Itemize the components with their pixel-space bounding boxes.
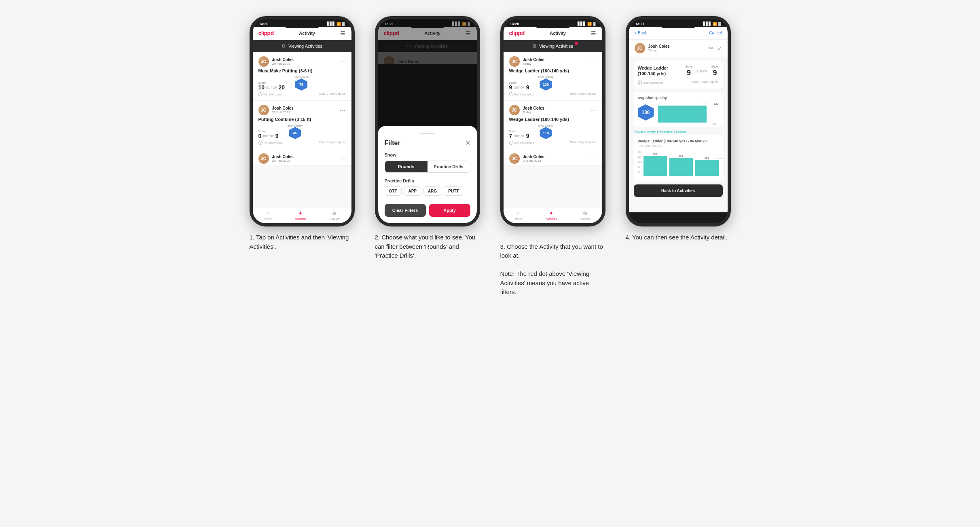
activity-title-3-2: Wedge Ladder (100-140 yds) (509, 117, 597, 122)
score-val-3-2: 7 (509, 133, 512, 139)
caption-3: 3. Choose the Activity that you want to … (500, 233, 605, 297)
menu-icon-1[interactable]: ☰ (340, 30, 345, 36)
nav-home-1[interactable]: ⌂ Home (264, 210, 272, 220)
status-time-4: 13:21 (635, 22, 645, 26)
viewing-bar-1[interactable]: ⚙ Viewing Activities (253, 40, 351, 52)
sq-hex-1-2: 45 (289, 127, 301, 139)
detail-drill-name-4: Wedge Ladder(100-140 yds) (638, 65, 681, 77)
score-section-4: Score 9 OUT OF Shots 9 (685, 65, 719, 77)
cancel-link-4[interactable]: Cancel (709, 31, 722, 35)
capture-icon-3: ⊕ (583, 210, 588, 216)
sq-hex-1-1: 75 (295, 78, 307, 91)
filter-header-2: Filter ✕ (385, 139, 470, 147)
avg-sq-title-4: Avg Shot Quality (638, 96, 719, 100)
caption-4: 4. You can then see the Activity detail. (626, 233, 731, 242)
x-label-4: APP (658, 123, 719, 125)
card-footer-3-2: iTest Information Data: Clippd Capture (509, 141, 597, 145)
more-dots-1-1[interactable]: ··· (340, 58, 346, 65)
user-details-1-3: Josh Coles 28 Feb 2023 (272, 155, 294, 163)
filter-toggle-rounds-2[interactable]: Rounds (385, 161, 428, 172)
filter-chip-ott-2[interactable]: OTT (385, 186, 402, 196)
score-inline-3-1: 9 OUT OF 9 (509, 84, 529, 91)
bar-subtitle-text-4: Avg Shot Quality (641, 145, 662, 148)
nav-activities-3[interactable]: ✦ Activities (546, 210, 557, 220)
more-dots-3-3[interactable]: ··· (591, 155, 597, 162)
logo-1: clippd (258, 30, 274, 36)
caption-2: 2. Choose what you'd like to see. You ca… (375, 233, 480, 260)
drill-footer-4: iTest Information Data: Clippd Capture (638, 80, 719, 85)
y-50-4: 50 (702, 111, 706, 114)
detail-title-row-4: Wedge Ladder(100-140 yds) Score 9 OUT OF (638, 65, 719, 77)
edit-icon-4[interactable]: ✏ (709, 45, 714, 51)
filter-close-2[interactable]: ✕ (465, 139, 470, 147)
score-group-1-1: Score 10 OUT OF 20 (258, 81, 285, 91)
app-header-3: clippd Activity ☰ (504, 27, 602, 40)
logo-3: clippd (509, 30, 525, 36)
more-dots-3-1[interactable]: ··· (591, 58, 597, 65)
more-dots-1-2[interactable]: ··· (340, 107, 346, 113)
shots-val-4: 9 (713, 69, 717, 77)
card-footer-3-1: iTest Information Data: Clippd Capture (509, 92, 597, 96)
filter-chip-arg-2[interactable]: ARG (423, 186, 441, 196)
shots-val-1-1: 20 (278, 84, 285, 91)
sq-group-1-1: Shot Quality 75 (294, 76, 309, 91)
score-label-4: Score (685, 65, 692, 68)
nav-capture-3[interactable]: ⊕ Capture (580, 210, 591, 220)
user-name-3-1: Josh Coles (523, 57, 544, 62)
back-link-4[interactable]: < Back (635, 31, 647, 35)
drill-name-container-4: Wedge Ladder(100-140 yds) (638, 65, 681, 77)
user-name-1-1: Josh Coles (272, 57, 294, 62)
activity-card-1-2[interactable]: JC Josh Coles 28 Feb 2023 ··· Putting Co… (253, 101, 351, 149)
activity-card-1-1[interactable]: JC Josh Coles 28 Feb 2023 ··· Must Make … (253, 52, 351, 101)
card-header-1-3: JC Josh Coles 28 Feb 2023 ··· (258, 153, 346, 164)
bottom-nav-1: ⌂ Home ✦ Activities ⊕ Capture (253, 207, 351, 223)
apply-btn-2[interactable]: Apply (429, 204, 470, 217)
phone-section-3: 13:20 ▋▋▋ 📶 ▓ clippd Activity ☰ ⚙ Viewin… (496, 16, 610, 297)
activities-label-3: Activities (546, 217, 557, 220)
filter-toggle-row-2: Rounds Practice Drills (385, 161, 470, 173)
filter-chip-app-2[interactable]: APP (404, 186, 421, 196)
info-icon-1-2: i (258, 141, 262, 145)
score-label-1-1: Score (258, 81, 285, 84)
filter-handle-2 (420, 133, 435, 134)
detail-user-info-4: Josh Coles Today (648, 44, 670, 52)
bottom-nav-3: ⌂ Home ✦ Activities ⊕ Capture (504, 207, 602, 223)
avatar-3-3: JC (509, 153, 520, 164)
shots-val-3-1: 9 (526, 84, 529, 91)
shots-val-1-2: 9 (275, 133, 279, 139)
data-source-4: Data: Clippd Capture (692, 80, 718, 85)
expand-icon-4[interactable]: ⤢ (717, 45, 722, 51)
nav-capture-1[interactable]: ⊕ Capture (330, 210, 340, 220)
detail-header-4: < Back Cancel (629, 27, 728, 40)
avatar-4: JC (635, 43, 645, 53)
card-header-1-2: JC Josh Coles 28 Feb 2023 ··· (258, 105, 346, 115)
card-footer-1-2: iTest Information Data: Clippd Capture (258, 141, 346, 145)
activity-card-1-3[interactable]: JC Josh Coles 28 Feb 2023 ··· (253, 149, 351, 165)
nav-home-3[interactable]: ⌂ Home (515, 210, 523, 220)
activity-card-3-1[interactable]: JC Josh Coles Today ··· Wedge Ladder (10… (504, 52, 602, 101)
activity-card-3-2[interactable]: JC Josh Coles Today ··· Wedge Ladder (10… (504, 101, 602, 149)
more-dots-1-3[interactable]: ··· (340, 155, 346, 162)
filter-toggle-drills-2[interactable]: Practice Drills (428, 161, 470, 172)
nav-activities-1[interactable]: ✦ Activities (295, 210, 307, 220)
activity-title-1-1: Must Make Putting (3-6 ft) (258, 68, 346, 73)
filter-chip-putt-2[interactable]: PUTT (444, 186, 463, 196)
clear-filters-btn-2[interactable]: Clear Filters (385, 204, 426, 217)
sq-hex-3-2: 118 (540, 127, 552, 139)
menu-icon-3[interactable]: ☰ (591, 30, 596, 36)
caption-1: 1. Tap on Activities and then 'Viewing A… (250, 233, 355, 251)
user-date-1-1: 28 Feb 2023 (272, 62, 294, 66)
activity-card-3-3[interactable]: JC Josh Coles 28 Feb 2023 ··· (504, 149, 602, 165)
score-group-3-2: Score 7 OUT OF 9 (509, 130, 529, 139)
wifi-icon-3: 📶 (587, 22, 592, 26)
battery-icon-4: ▓ (718, 22, 721, 26)
viewing-bar-3[interactable]: ⚙ Viewing Activities (504, 40, 602, 52)
user-details-3-2: Josh Coles Today (523, 106, 544, 114)
more-dots-3-2[interactable]: ··· (591, 107, 597, 113)
avatar-1-2: JC (258, 105, 269, 115)
back-to-activities-btn-4[interactable]: Back to Activities (634, 184, 723, 197)
avatar-img-3-2: JC (509, 105, 520, 115)
filter-actions-2: Clear Filters Apply (385, 204, 470, 217)
outof-1-1: OUT OF (266, 86, 277, 89)
avatar-1-1: JC (258, 56, 269, 67)
